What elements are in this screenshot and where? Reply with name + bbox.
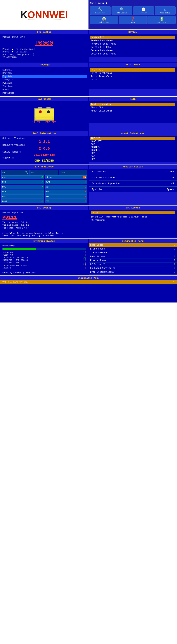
diag-row-7[interactable]: Evap System(mode$8) ? [89,270,177,274]
mil-label-hdr: MIL [2,172,5,173]
menu-item-bat-check[interactable]: 🔋 BAT Check [147,16,175,24]
lang-espanol[interactable]: Español [3,68,86,72]
im-row-1: FUE ✓ AIR ⊘ [1,185,87,189]
entering-system-title: Entering System [0,239,88,243]
lang-francais[interactable]: Français [3,78,86,82]
es-row-6: ISO9141 [ ] [3,267,86,269]
print-data-body: Print All Print DataStream Print FreezeD… [89,67,177,89]
review-item-2[interactable]: Review Freeze Frame [91,42,174,46]
bottom-diag-row-0[interactable]: Vehicle Information ? [0,280,177,284]
es-label-2: ISO15765-4 CAN(11bit) [3,256,28,259]
diag-row-4[interactable]: Freeze Frame ? [89,259,177,262]
help-icon: ❓ [119,16,146,21]
battery-neg-terminal [47,107,51,108]
lang-english[interactable]: English [2,75,87,78]
bat-check-title: BAT Check [0,97,88,101]
diag-row-6[interactable]: On-Board Monitoring ? [89,266,177,270]
ds-item-4[interactable]: LONGFTX [91,149,174,152]
print-item-2[interactable]: Print FreezeData [91,75,174,78]
mil-icon: 🔧 [25,170,29,174]
review-item-3[interactable]: Delete DTC Data [91,46,174,49]
im-mil-header: MIL 🔧 [1,170,30,175]
help-item-2[interactable]: About Datastream [91,109,174,112]
menu-item-diagnostic[interactable]: 🔧 Diagnostic [90,6,111,15]
dtc-lookup-label: DTC Lookup [117,12,127,14]
menu-item-print-data[interactable]: 🖨️ Print Data [90,16,118,24]
im-ign-header: IGN [30,170,58,175]
monitor-val-0: OFF [170,170,174,173]
monitor-status-body: MIL Status OFF DTCs in this ECU 0 Datast… [89,169,177,192]
review-item-1[interactable]: Review Datastream [91,39,174,42]
tool-setup-label: Tool Setup [160,12,170,14]
lang-dutch[interactable]: Dutch [3,88,86,92]
im-header: MIL 🔧 IGN Spark [1,170,87,175]
print-item-3[interactable]: Print DTC [91,78,174,82]
egr-label: EGR [46,200,49,202]
mis-status: ✓ [42,180,43,184]
mis-label: MIS [2,181,6,183]
menu-item-review[interactable]: 📋 Review [133,6,154,15]
diagnostic-icon: 🔧 [91,7,110,12]
im-egr-cell: EGR ⊘ [45,199,87,203]
lang-russian[interactable]: Русский [3,82,86,85]
battery-visual [34,108,54,121]
dtc-p0111-row: DTC Lookup Please input DTC: P0111 The 1… [0,206,177,238]
print-data-title: Print Data [89,62,177,67]
review-item-5[interactable]: Delete Freeze Frame [91,52,174,56]
dtc-lookup-icon: 🔍 [112,7,132,12]
diag-val-3: ? [174,256,175,258]
print-item-0[interactable]: Print All [90,68,175,72]
tool-setup-icon: ⚙️ [155,7,175,12]
ds-item-2[interactable]: ECT [91,143,174,146]
ds-item-6[interactable]: MAP [91,155,174,158]
bottom-diag-label-0: Vehicle Information [3,281,28,284]
monitor-status-title: Monitor Status [89,165,177,169]
review-item-0[interactable]: Review DTC [90,36,175,39]
tool-info-body: Software Version: 2.1.1 Hardware Version… [0,136,88,164]
menu-item-tool-setup[interactable]: ⚙️ Tool Setup [155,6,175,15]
help-item-1[interactable]: About OBD [91,106,174,109]
help-item-0[interactable]: Tool Information [90,103,175,106]
tool-info-title: Tool Information [0,132,88,136]
diag-row-3[interactable]: Data Stream ? [89,255,177,259]
es-label-1: J1850 PWM [3,254,13,256]
review-icon: 📋 [134,7,153,12]
ds-item-1[interactable]: LOAD_PCT [91,140,174,143]
monitor-status-panel: Monitor Status MIL Status OFF DTCs in th… [89,164,177,205]
ds-item-7[interactable]: RPM [91,158,174,161]
ds-item-3[interactable]: SHRTFTX [91,146,174,149]
diag-row-1[interactable]: Erase Codes ? [89,247,177,251]
bottom-diagnostic-menu: Diagnostic Menu Vehicle Information ? [0,276,177,302]
lang-italiano[interactable]: Italiano [3,85,86,88]
review-item-4[interactable]: Delete Datastream [91,49,174,52]
lang-portugues[interactable]: Português [3,92,86,95]
hcat-label: HCAT [2,200,7,202]
hardware-version: 2.0.0 [3,146,86,151]
menu-item-dtc-lookup[interactable]: 🔍 DTC Lookup [112,6,132,15]
dtc-range-1: The 1st range: P,C,B,U [3,221,86,224]
battery-pos-dot [39,110,42,113]
dtc-description: Intake Air Temperrature Sensor 1 Circuit… [91,216,174,222]
monitor-val-2: 45 [171,182,174,185]
spark-label-hdr: Spark [60,172,65,173]
diag-label-4: Freeze Frame [90,259,106,262]
dtc-range-3: The others from 0 to F [3,227,86,230]
lang-deutsch[interactable]: Deutsch [3,72,86,75]
im-air-cell: AIR ⊘ [45,185,87,189]
diag-row-2[interactable]: I/M Readiness ? [89,251,177,255]
menu-item-help[interactable]: ❓ Help [119,16,147,24]
es-row-5: ISO14230-4 KWP(5BPS) [ ] [3,264,86,266]
battery-neg-dot [47,110,50,113]
language-panel: Language Español Deutsch English Françai… [0,62,89,96]
air-status: ⊘ [85,185,86,188]
help-panel: Help Tool Information About OBD About Da… [89,97,177,131]
battery-body [34,108,54,121]
ds-item-5[interactable]: FRP [91,152,174,155]
dtc-lookup-prompt: Please input DTC: [3,36,86,38]
diag-row-5[interactable]: O2 Sensor Test ? [89,262,177,266]
print-item-1[interactable]: Print DataStream [91,72,174,75]
diagnostic-label: Diagnostic [95,12,105,14]
diag-row-0[interactable]: Read Codes ? [89,243,177,247]
diag-val-1: ? [174,248,175,250]
ds-item-0[interactable]: FUELSYS [90,137,175,140]
